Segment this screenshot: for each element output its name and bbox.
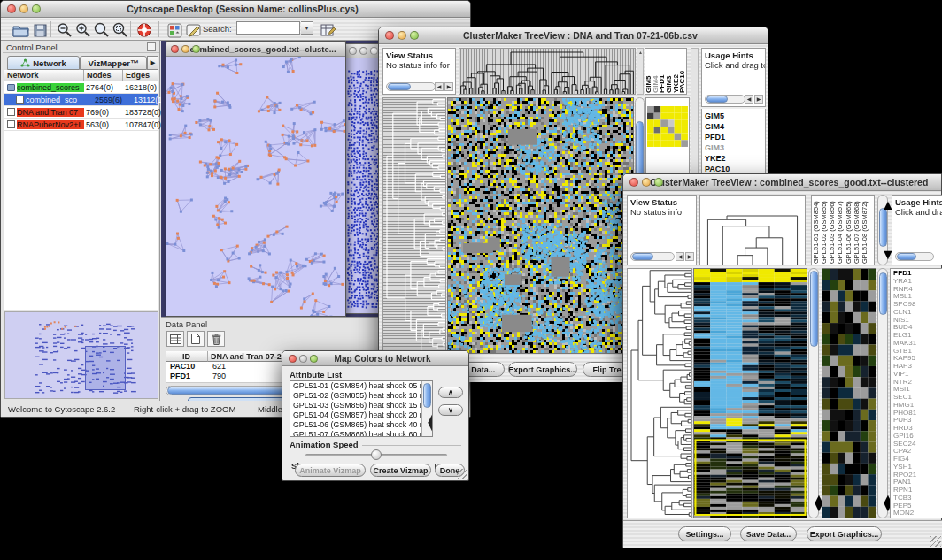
network-row[interactable]: DNA and Tran 07 769(0) 183728(0) xyxy=(4,106,158,119)
treeview1-label-scroll-strip[interactable]: ▲ xyxy=(637,48,644,95)
animation-speed-slider[interactable] xyxy=(305,454,447,456)
network-overview-panel[interactable] xyxy=(4,311,158,399)
search-dropdown-arrow[interactable]: ▼ xyxy=(301,21,313,35)
tab-network[interactable]: Network xyxy=(7,56,80,70)
network-overview-canvas[interactable] xyxy=(5,312,158,398)
gene-label[interactable]: GIM5 xyxy=(705,111,765,121)
zoom-window-button[interactable] xyxy=(192,45,200,53)
resize-grip[interactable] xyxy=(457,469,467,479)
column-header-edges[interactable]: Edges xyxy=(123,70,158,81)
gene-label[interactable]: GIM4 xyxy=(705,121,765,132)
gene-label[interactable]: GIM3 xyxy=(705,142,765,153)
new-attribute-icon[interactable] xyxy=(187,331,205,347)
attribute-item[interactable]: GPL51-07 (GSM868) heat shock 60 min xyxy=(290,430,421,437)
treeview1-titlebar[interactable]: ClusterMaker TreeView : DNA and Tran 07-… xyxy=(379,27,768,44)
minimize-button[interactable] xyxy=(181,45,189,53)
scroll-left-icon[interactable]: ◀ xyxy=(745,95,753,104)
attribute-item[interactable]: GPL51-06 (GSM865) heat shock 40 min xyxy=(290,420,421,430)
scrollbar-thumb[interactable] xyxy=(897,253,916,260)
treeview2-top-vscrollbar[interactable]: ▲ ▼ xyxy=(877,195,888,265)
treeview2-heatmap-vscrollbar[interactable]: ▲ ▼ xyxy=(808,268,819,518)
table-icon[interactable] xyxy=(166,331,184,347)
scroll-right-icon[interactable]: ▶ xyxy=(685,252,694,261)
column-header-network[interactable]: Network xyxy=(4,70,84,81)
scroll-left-icon[interactable]: ◀ xyxy=(676,252,684,261)
scrollbar-thumb[interactable] xyxy=(879,208,887,247)
zoom-window-button[interactable] xyxy=(370,47,378,55)
minimize-button[interactable] xyxy=(398,31,406,40)
create-vizmap-button[interactable]: Create Vizmap xyxy=(370,464,431,477)
network-row[interactable]: combined_scores 2764(0) 16218(0) xyxy=(4,81,158,94)
close-button[interactable] xyxy=(289,355,297,363)
dialog-titlebar[interactable]: Map Colors to Network xyxy=(282,351,468,366)
close-button[interactable] xyxy=(7,4,16,13)
attribute-item[interactable]: GPL51-03 (GSM856) heat shock 15 min xyxy=(290,401,421,410)
minimize-button[interactable] xyxy=(359,47,367,55)
listbox-vscrollbar[interactable]: ▲ ▼ xyxy=(421,381,432,436)
zoom-window-button[interactable] xyxy=(654,178,663,187)
gene-label[interactable]: PFD1 xyxy=(705,132,765,142)
treeview2-zoom-vscrollbar[interactable]: ▲ ▼ xyxy=(877,268,888,518)
close-button[interactable] xyxy=(385,31,394,40)
animate-vizmap-button[interactable]: Animate Vizmap xyxy=(295,464,366,477)
scrollbar-thumb[interactable] xyxy=(632,253,653,260)
view-status-scrollbar[interactable] xyxy=(630,252,675,261)
scrollbar-thumb[interactable] xyxy=(706,96,728,103)
treeview1-column-dendrogram[interactable] xyxy=(459,48,636,95)
export-graphics-button[interactable]: Export Graphics... xyxy=(508,362,577,377)
attribute-browser-icon[interactable] xyxy=(318,20,339,40)
scroll-left-icon[interactable]: ◀ xyxy=(435,82,444,91)
gene-label[interactable]: MON2 xyxy=(893,510,942,518)
zoom-window-button[interactable] xyxy=(410,31,419,40)
treeview2-gene-list[interactable]: PFD1YRA1RNR4MSL1SPC98CLN1NIS1BUD4ELG1MAK… xyxy=(890,268,942,518)
treeview2-row-dendrogram[interactable] xyxy=(627,268,692,518)
treeview2-column-dendrogram[interactable] xyxy=(699,195,806,265)
move-down-button[interactable]: ∨ xyxy=(438,404,463,416)
scrollbar-thumb[interactable] xyxy=(810,271,818,347)
network-frame[interactable]: combined_scores_good.txt--cluste... xyxy=(166,41,346,317)
scroll-right-icon[interactable]: ▶ xyxy=(444,82,453,91)
zoom-selected-icon[interactable] xyxy=(110,20,131,40)
tab-overflow-button[interactable]: ▶ xyxy=(147,56,158,70)
scroll-down-icon[interactable]: ▼ xyxy=(425,418,433,434)
scrollbar-thumb[interactable] xyxy=(879,272,887,315)
treeview2-titlebar[interactable]: ClusterMaker TreeView : combined_scores_… xyxy=(623,174,941,191)
treeview1-heatmap[interactable] xyxy=(447,97,634,354)
annotation-icon[interactable] xyxy=(183,20,205,40)
zoom-window-button[interactable] xyxy=(32,4,41,13)
scrollbar-thumb[interactable] xyxy=(423,383,431,408)
gene-label[interactable]: YKE2 xyxy=(705,153,765,164)
treeview1-mini-heatmap[interactable] xyxy=(647,106,688,147)
column-header-id[interactable]: ID xyxy=(166,351,208,362)
column-header-nodes[interactable]: Nodes xyxy=(84,70,123,81)
treeview2-zoom-panel[interactable] xyxy=(822,268,876,518)
scrollbar-thumb[interactable] xyxy=(388,83,411,90)
treeview1-row-dendrogram[interactable] xyxy=(382,97,446,354)
vizmapper-icon[interactable] xyxy=(164,20,185,40)
close-button[interactable] xyxy=(349,47,357,55)
close-button[interactable] xyxy=(171,45,179,53)
delete-attribute-trash-icon[interactable] xyxy=(207,331,225,347)
network-row[interactable]: RNAPuberNov2+I 563(0) 107847(0) xyxy=(4,119,158,131)
scroll-up-icon[interactable]: ▲ xyxy=(638,50,643,55)
minimize-button[interactable] xyxy=(642,178,651,187)
attribute-item[interactable]: GPL51-02 (GSM855) heat shock 10 min xyxy=(290,391,421,401)
network-view-canvas[interactable] xyxy=(166,57,345,316)
attribute-listbox[interactable]: GPL51-01 (GSM854) heat shock 05 minGPL51… xyxy=(290,380,433,437)
main-titlebar[interactable]: Cytoscape Desktop (Session Name: collins… xyxy=(1,1,470,18)
usage-hints-scrollbar[interactable] xyxy=(705,95,745,104)
network-row[interactable]: combined_sco 2569(6) 13112(15) xyxy=(4,94,158,106)
usage-hints-scrollbar[interactable] xyxy=(895,252,934,261)
float-panel-icon[interactable] xyxy=(147,42,156,51)
attribute-item[interactable]: GPL51-01 (GSM854) heat shock 05 min xyxy=(290,381,421,391)
move-up-button[interactable]: ∧ xyxy=(438,387,463,398)
settings-button[interactable]: Settings... xyxy=(678,526,731,541)
help-lifering-icon[interactable] xyxy=(134,20,155,40)
view-status-scrollbar[interactable] xyxy=(386,82,436,91)
slider-thumb[interactable] xyxy=(371,449,382,460)
minimize-button[interactable] xyxy=(19,4,28,13)
zoom-window-button[interactable] xyxy=(310,355,318,363)
attribute-item[interactable]: GPL51-04 (GSM857) heat shock 20 min xyxy=(290,410,421,420)
tab-vizmapper[interactable]: VizMapper™ xyxy=(80,56,147,70)
scroll-right-icon[interactable]: ▶ xyxy=(754,95,763,104)
